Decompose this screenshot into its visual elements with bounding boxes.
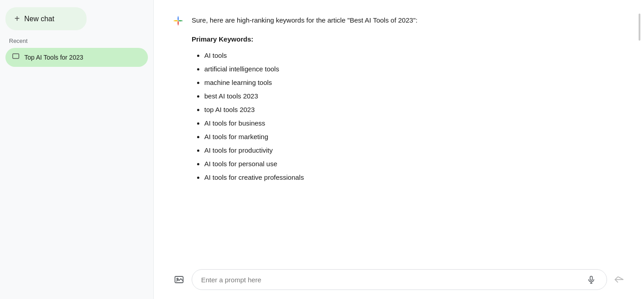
plus-icon: + <box>14 14 20 24</box>
keyword-item: artificial intelligence tools <box>204 64 617 75</box>
prompt-input[interactable] <box>201 276 585 284</box>
chat-item-label: Top AI Tools for 2023 <box>24 54 83 61</box>
new-chat-button[interactable]: + New chat <box>5 7 87 30</box>
scroll-indicator <box>639 14 640 41</box>
svg-rect-0 <box>13 54 19 59</box>
sidebar-item-top-ai-tools[interactable]: Top AI Tools for 2023 <box>5 48 148 67</box>
mic-button[interactable] <box>585 275 598 284</box>
recent-section: Recent Top AI Tools for 2023 <box>5 37 148 67</box>
keywords-title: Primary Keywords: <box>192 33 617 45</box>
response-text: Sure, here are high-ranking keywords for… <box>192 14 617 183</box>
keyword-item: best AI tools 2023 <box>204 91 617 102</box>
recent-label: Recent <box>5 37 148 44</box>
response-intro: Sure, here are high-ranking keywords for… <box>192 14 617 26</box>
gemini-icon <box>172 14 184 27</box>
input-bar <box>154 262 644 299</box>
response-block: Sure, here are high-ranking keywords for… <box>172 14 617 183</box>
keyword-item: machine learning tools <box>204 77 617 88</box>
send-button[interactable] <box>612 273 626 286</box>
chat-bubble-icon <box>12 52 20 62</box>
keyword-item: AI tools for marketing <box>204 131 617 142</box>
prompt-input-wrapper <box>192 269 607 290</box>
keyword-item: AI tools <box>204 50 617 61</box>
image-upload-button[interactable] <box>172 272 186 287</box>
svg-line-7 <box>618 277 623 280</box>
keyword-item: AI tools for creative professionals <box>204 172 617 183</box>
keyword-item: top AI tools 2023 <box>204 104 617 115</box>
new-chat-label: New chat <box>24 15 55 23</box>
keywords-list: AI toolsartificial intelligence toolsmac… <box>192 50 617 183</box>
keyword-item: AI tools for business <box>204 118 617 129</box>
svg-rect-3 <box>590 276 593 280</box>
keyword-item: AI tools for personal use <box>204 159 617 169</box>
main-panel: Sure, here are high-ranking keywords for… <box>153 0 644 299</box>
sidebar: + New chat Recent Top AI Tools for 2023 <box>0 0 153 299</box>
keyword-item: AI tools for productivity <box>204 145 617 156</box>
chat-content: Sure, here are high-ranking keywords for… <box>154 0 644 262</box>
